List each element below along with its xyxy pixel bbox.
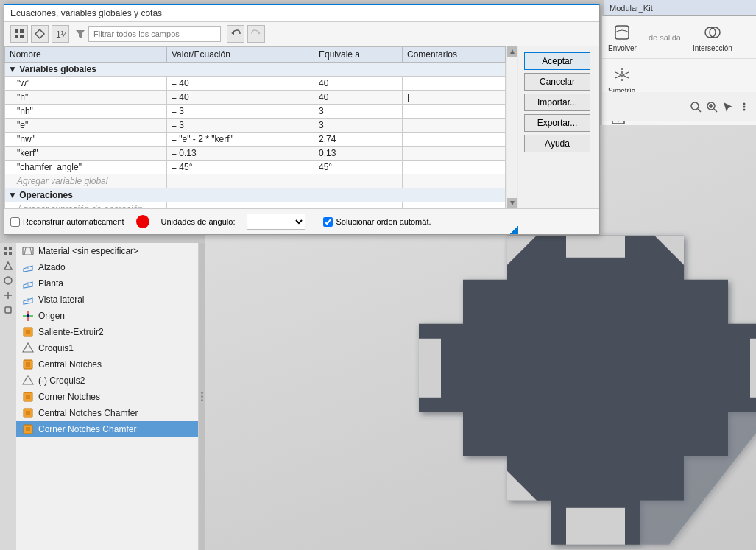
svg-rect-27 <box>4 247 7 250</box>
svg-rect-3 <box>20 35 24 38</box>
table-row[interactable]: "chamfer_angle"= 45°45° <box>5 161 506 174</box>
reconstruir-checkbox[interactable] <box>10 217 20 227</box>
exportar-button[interactable]: Exportar... <box>524 114 590 132</box>
tree-item-alzado[interactable]: Alzado <box>16 259 198 275</box>
table-row[interactable]: "nh"= 33 <box>5 105 506 119</box>
svg-rect-57 <box>26 395 30 399</box>
cancelar-button[interactable]: Cancelar <box>524 73 590 91</box>
tab-modular-kit[interactable]: Modular_Kit <box>610 4 653 13</box>
modal-title-text: Ecuaciones, variables globales y cotas <box>10 8 162 18</box>
table-row[interactable]: "h"= 4040| <box>5 91 506 105</box>
svg-line-55 <box>25 376 28 381</box>
svg-marker-8 <box>510 49 515 54</box>
resize-handle[interactable] <box>509 225 518 234</box>
table-row[interactable]: "nw"= "e" - 2 * "kerf"2.74 <box>5 133 506 147</box>
tree-item-corner-notches[interactable]: Corner Notches <box>16 389 198 405</box>
svg-rect-68 <box>419 338 441 397</box>
tree-item-corner-notches-chamfer[interactable]: Corner Notches Chamfer <box>16 421 198 437</box>
tree-item-label: Origen <box>38 311 65 321</box>
table-row[interactable]: "w"= 4040 <box>5 77 506 91</box>
tree-item-label: Vista lateral <box>38 295 84 305</box>
origin-icon <box>22 310 34 322</box>
tree-item-label: Saliente-Extruir2 <box>38 327 104 337</box>
feature-icon <box>22 326 34 338</box>
toolbar-icon-1[interactable] <box>10 25 28 43</box>
svg-marker-54 <box>23 376 33 384</box>
svg-rect-66 <box>566 235 625 257</box>
tree-item-planta[interactable]: Planta <box>16 275 198 292</box>
table-scrollbar[interactable] <box>506 46 518 208</box>
interseccion-btn[interactable]: Intersección <box>693 22 732 52</box>
tree-item-material-<sin-especificar>[interactable]: Material <sin especificar> <box>16 243 198 259</box>
sketch-icon <box>22 375 34 387</box>
modal-title-bar: Ecuaciones, variables globales y cotas <box>4 5 599 22</box>
undo-button[interactable] <box>227 25 244 43</box>
table-row[interactable]: Agregar variable global <box>5 174 506 188</box>
svg-point-26 <box>743 108 746 110</box>
svg-point-25 <box>743 105 746 107</box>
svg-point-47 <box>27 314 29 317</box>
search-icon[interactable] <box>690 101 702 113</box>
tree-item-vista-lateral[interactable]: Vista lateral <box>16 292 198 308</box>
cursor-icon[interactable] <box>722 101 734 113</box>
side-icon-4[interactable] <box>3 290 13 300</box>
status-indicator <box>136 215 149 228</box>
solucionar-checkbox-label[interactable]: Solucionar orden automát. <box>323 217 431 227</box>
aceptar-button[interactable]: Aceptar <box>524 52 590 70</box>
feature-icon <box>22 423 34 435</box>
solucionar-checkbox[interactable] <box>323 217 333 227</box>
svg-rect-69 <box>750 338 757 397</box>
svg-line-37 <box>24 247 26 255</box>
svg-rect-61 <box>26 427 30 431</box>
svg-line-20 <box>714 109 717 112</box>
redo-button[interactable] <box>247 25 265 43</box>
feature-icon <box>22 359 34 370</box>
3d-shape <box>404 183 757 550</box>
side-icon-3[interactable] <box>3 275 13 286</box>
tree-item-croquis1[interactable]: Croquis1 <box>16 340 198 356</box>
table-section-header: ▼ Variables globales <box>5 63 506 77</box>
plane-icon <box>22 278 34 289</box>
svg-rect-0 <box>15 29 18 33</box>
tree-item-saliente-extruir2[interactable]: Saliente-Extruir2 <box>16 324 198 340</box>
toolbar-icon-2[interactable] <box>31 25 49 43</box>
svg-rect-35 <box>5 307 11 313</box>
svg-point-32 <box>4 277 12 284</box>
tree-item-(-)-croquis2[interactable]: (-) Croquis2 <box>16 373 198 389</box>
panel-divider[interactable] <box>199 243 205 550</box>
svg-rect-29 <box>4 252 7 255</box>
search2-icon[interactable] <box>706 101 718 113</box>
filter-input[interactable] <box>88 26 221 42</box>
tree-item-origen[interactable]: Origen <box>16 308 198 324</box>
ayuda-button[interactable]: Ayuda <box>524 135 590 152</box>
table-row[interactable]: Agregar supresión de operación <box>5 202 506 209</box>
tree-item-label: Alzado <box>38 262 66 272</box>
importar-button[interactable]: Importar... <box>524 94 590 111</box>
svg-marker-50 <box>23 343 33 352</box>
angle-unit-select[interactable] <box>247 214 305 230</box>
reconstruir-checkbox-label[interactable]: Reconstruir automáticament <box>10 217 124 227</box>
solucionar-label: Solucionar orden automát. <box>336 217 431 226</box>
variables-table[interactable]: Nombre Valor/Ecuación Equivale a Comenta… <box>4 46 506 208</box>
table-row[interactable]: "e"= 33 <box>5 119 506 133</box>
cross-shape-svg <box>404 183 757 550</box>
simetria-btn[interactable]: Simetría <box>608 65 635 95</box>
envolver-btn[interactable]: Envolver <box>608 22 637 52</box>
table-row[interactable]: "kerf"= 0.130.13 <box>5 147 506 161</box>
feature-icon <box>22 407 34 419</box>
col-equivale: Equivale a <box>314 47 403 63</box>
tree-item-central-notches-chamfer[interactable]: Central Notches Chamfer <box>16 405 198 421</box>
side-icon-5[interactable] <box>3 305 13 315</box>
modal-toolbar: 1½ <box>4 22 599 46</box>
plane-icon <box>22 294 34 306</box>
col-nombre: Nombre <box>5 47 167 63</box>
toolbar-icon-3[interactable]: 1½ <box>52 25 69 43</box>
side-icon-1[interactable] <box>3 246 13 256</box>
side-icon-2[interactable] <box>3 261 13 271</box>
svg-rect-28 <box>9 247 12 250</box>
options-icon[interactable] <box>738 101 750 113</box>
tree-item-label: Corner Notches Chamfer <box>38 424 136 434</box>
tree-item-central-notches[interactable]: Central Notches <box>16 356 198 373</box>
tree-item-label: Planta <box>38 278 63 289</box>
svg-line-18 <box>698 109 701 112</box>
